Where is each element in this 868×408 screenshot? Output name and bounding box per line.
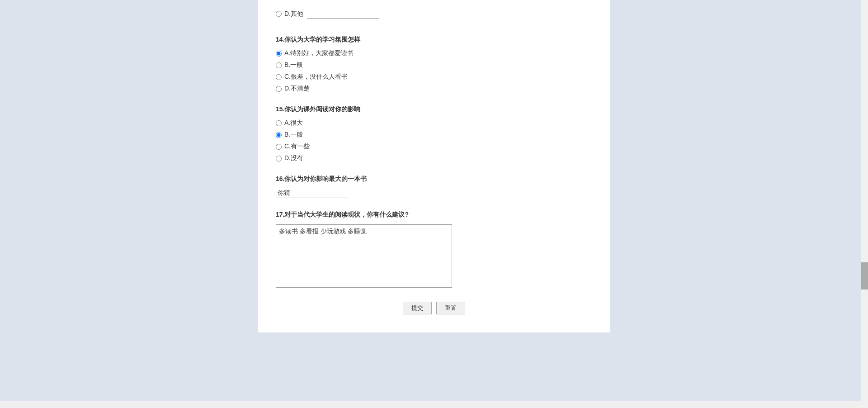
right-scrollbar[interactable]: [861, 0, 868, 408]
q15-option-a-label: A.很大: [284, 119, 303, 127]
q14-radio-a[interactable]: [276, 51, 282, 57]
q15-radio-b[interactable]: [276, 132, 282, 138]
bottom-scrollbar[interactable]: [0, 401, 861, 408]
reset-button[interactable]: 重置: [436, 302, 465, 314]
q14-option-b-label: B.一般: [284, 61, 303, 69]
q15-option-a: A.很大: [276, 119, 592, 127]
q14-radio-d[interactable]: [276, 86, 282, 92]
q15-option-b-label: B.一般: [284, 131, 303, 139]
q15-option-c: C.有一些: [276, 142, 592, 151]
q16-text-input[interactable]: [276, 189, 348, 198]
q17-title: 17.对于当代大学生的阅读现状，你有什么建议?: [276, 211, 592, 219]
q15-option-d-label: D.没有: [284, 154, 303, 162]
submit-button[interactable]: 提交: [403, 302, 432, 314]
q14-option-b: B.一般: [276, 61, 592, 69]
q15-radio-d[interactable]: [276, 156, 282, 161]
q15-title: 15.你认为课外阅读对你的影响: [276, 105, 592, 114]
scrollbar-thumb[interactable]: [861, 262, 868, 289]
question-14: 14.你认为大学的学习氛围怎样 A.特别好，大家都爱读书 B.一般 C.很差，没…: [276, 36, 592, 93]
question-17: 17.对于当代大学生的阅读现状，你有什么建议? 多读书 多看报 少玩游戏 多睡觉: [276, 211, 592, 289]
q16-title: 16.你认为对你影响最大的一本书: [276, 175, 592, 183]
q14-option-d: D.不清楚: [276, 85, 592, 93]
q13-option-d-label: D.其他: [284, 10, 303, 18]
q14-option-a: A.特别好，大家都爱读书: [276, 49, 592, 57]
q13-other-input[interactable]: [307, 9, 379, 19]
q14-option-c: C.很差，没什么人看书: [276, 73, 592, 81]
q15-option-b: B.一般: [276, 131, 592, 139]
q15-radio-a[interactable]: [276, 120, 282, 126]
q17-textarea[interactable]: 多读书 多看报 少玩游戏 多睡觉: [276, 224, 452, 288]
q14-option-c-label: C.很差，没什么人看书: [284, 73, 348, 81]
q14-radio-b[interactable]: [276, 62, 282, 68]
q13-radio-d[interactable]: [276, 11, 282, 17]
q14-radio-c[interactable]: [276, 74, 282, 80]
question-15: 15.你认为课外阅读对你的影响 A.很大 B.一般 C.有一些 D.没有: [276, 105, 592, 162]
question-16: 16.你认为对你影响最大的一本书: [276, 175, 592, 198]
question-13-partial: D.其他: [276, 9, 592, 27]
q14-title: 14.你认为大学的学习氛围怎样: [276, 36, 592, 44]
q14-option-d-label: D.不清楚: [284, 85, 310, 93]
q15-option-c-label: C.有一些: [284, 142, 310, 151]
q14-option-a-label: A.特别好，大家都爱读书: [284, 49, 354, 57]
q13-option-d: D.其他: [276, 9, 592, 19]
q15-radio-c[interactable]: [276, 144, 282, 150]
form-buttons: 提交 重置: [276, 302, 592, 314]
q15-option-d: D.没有: [276, 154, 592, 162]
